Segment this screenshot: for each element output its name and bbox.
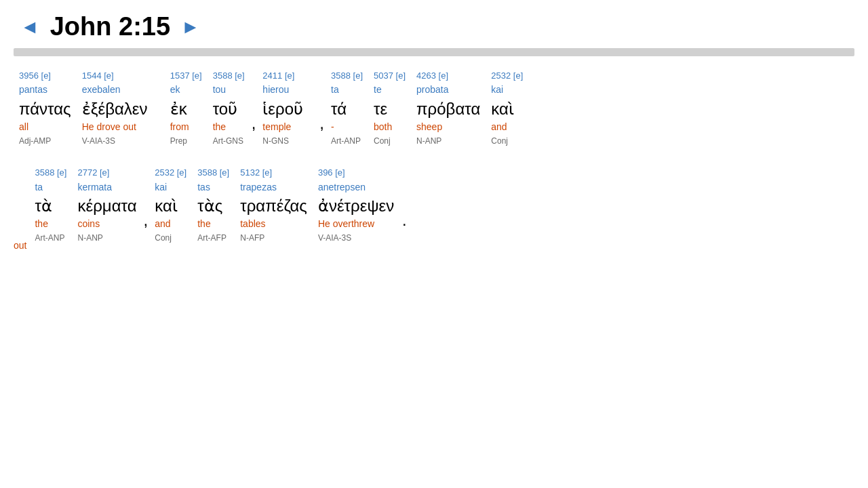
strongs-number: 1544 [e] [82, 70, 114, 82]
english-translation: sheep [416, 121, 442, 134]
transliteration: pantas [19, 83, 47, 97]
word-block: 2772 [e]kermataκέρματαcoinsN-ANP [72, 167, 142, 243]
strongs-number: 3588 [e] [213, 70, 245, 82]
verse-row-1: 3956 [e]pantasπάνταςallAdj-AMP1544 [e]ex… [14, 70, 848, 146]
greek-text: ἐξέβαλεν [82, 98, 148, 119]
word-with-punct: 1537 [e]ekἐκfromPrep [165, 70, 208, 146]
transliteration: tou [213, 83, 226, 97]
grammar-tag: Art-ANP [331, 136, 361, 147]
greek-text: πρόβατα [416, 98, 480, 119]
grammar-tag: Conj [155, 232, 172, 244]
grammar-tag: N-ANP [77, 232, 102, 244]
english-translation: He drove out [82, 121, 136, 134]
strongs-number: 2532 [e] [491, 70, 523, 82]
english-translation: all [19, 121, 28, 134]
strongs-number: 3588 [e] [35, 167, 66, 179]
grammar-tag: Art-GNS [213, 136, 243, 147]
grammar-tag: V-AIA-3S [82, 136, 115, 147]
word-block: 4263 [e]probataπρόβαταsheepN-ANP [411, 70, 486, 146]
transliteration: ta [331, 83, 339, 97]
transliteration: te [374, 83, 382, 97]
strongs-number: 5037 [e] [374, 70, 406, 82]
word-block: 5132 [e]trapezasτραπέζαςtablesN-AFP [235, 167, 313, 243]
grammar-tag: N-AFP [240, 232, 264, 244]
transliteration: trapezas [240, 181, 277, 195]
word-block: 2411 [e]hierouἱεροῦtempleN-GNS [257, 70, 318, 146]
strongs-number: 4263 [e] [416, 70, 448, 82]
english-translation: coins [77, 218, 100, 231]
english-translation: tables [240, 218, 265, 231]
transliteration: tas [197, 181, 210, 195]
word-with-punct: 396 [e]anetrepsenἀνέτρεψενHe overthrewV-… [313, 167, 408, 243]
greek-text: τὰς [197, 195, 222, 216]
english-translation: the [197, 218, 210, 231]
strongs-number: 1537 [e] [170, 70, 202, 82]
grammar-tag: Art-AFP [197, 232, 226, 244]
strongs-number: 2532 [e] [155, 167, 186, 179]
transliteration: probata [416, 83, 448, 97]
word-block: 396 [e]anetrepsenἀνέτρεψενHe overthrewV-… [313, 167, 401, 243]
english-translation: He overthrew [318, 218, 374, 231]
greek-text: τε [374, 98, 387, 119]
word-with-punct: 2772 [e]kermataκέρματαcoinsN-ANP, [72, 167, 149, 243]
english-translation: the [35, 218, 47, 231]
word-block: 3588 [e]tasτὰςtheArt-AFP [192, 167, 235, 243]
grammar-tag: V-AIA-3S [318, 232, 351, 244]
word-with-punct: 3588 [e]taτά-Art-ANP [326, 70, 368, 146]
strongs-number: 3588 [e] [331, 70, 363, 82]
strongs-number: 5132 [e] [240, 167, 272, 179]
grammar-tag: Prep [170, 136, 187, 147]
strongs-number: 3956 [e] [19, 70, 51, 82]
strongs-number: 396 [e] [318, 167, 345, 179]
transliteration: anetrepsen [318, 181, 366, 195]
verse-content: 3956 [e]pantasπάνταςallAdj-AMP1544 [e]ex… [0, 56, 868, 285]
punctuation: . [401, 211, 408, 230]
transliteration: hierou [262, 83, 289, 97]
strongs-number: 2411 [e] [262, 70, 294, 82]
strongs-number: 3588 [e] [197, 167, 229, 179]
strongs-number: 2772 [e] [77, 167, 109, 179]
greek-text: τά [331, 98, 347, 119]
word-block: 3588 [e]taτὰtheArt-ANP [29, 167, 72, 243]
word-block: 3588 [e]taτά-Art-ANP [326, 70, 368, 146]
english-translation: - [331, 121, 334, 134]
row-prefix: out [14, 240, 26, 251]
next-nav-arrow[interactable]: ► [181, 16, 200, 38]
greek-text: καὶ [155, 195, 178, 216]
transliteration: kai [491, 83, 503, 97]
word-with-punct: 1544 [e]exebalenἐξέβαλενHe drove outV-AI… [77, 70, 165, 146]
transliteration: ta [35, 181, 43, 195]
transliteration: ek [170, 83, 180, 97]
word-with-punct: 5037 [e]teτεbothConj [368, 70, 411, 146]
transliteration: kai [155, 181, 167, 195]
greek-text: κέρματα [77, 195, 136, 216]
greek-text: καὶ [491, 98, 514, 119]
grammar-tag: Adj-AMP [19, 136, 51, 147]
word-with-punct: 3588 [e]touτοῦtheArt-GNS, [208, 70, 258, 146]
greek-text: τὰ [35, 195, 52, 216]
greek-text: τοῦ [213, 98, 238, 119]
greek-text: ἱεροῦ [262, 98, 303, 119]
grammar-tag: N-GNS [262, 136, 289, 147]
punctuation: , [318, 114, 326, 133]
word-with-punct: 3588 [e]taτὰtheArt-ANP [29, 167, 72, 243]
verse-row-2-words: 3588 [e]taτὰtheArt-ANP2772 [e]kermataκέρ… [29, 167, 408, 243]
word-with-punct: 2411 [e]hierouἱεροῦtempleN-GNS, [257, 70, 326, 146]
greek-text: ἀνέτρεψεν [318, 195, 394, 216]
divider [14, 48, 854, 56]
greek-text: τραπέζας [240, 195, 307, 216]
english-translation: and [491, 121, 507, 134]
transliteration: exebalen [82, 83, 121, 97]
grammar-tag: N-ANP [416, 136, 441, 147]
word-block: 1537 [e]ekἐκfromPrep [165, 70, 208, 146]
word-block: 2532 [e]kaiκαὶandConj [486, 70, 528, 146]
greek-text: ἐκ [170, 98, 187, 119]
punctuation: , [250, 114, 258, 133]
page-header: ◄ John 2:15 ► [0, 0, 868, 48]
verse-row-2: out 3588 [e]taτὰtheArt-ANP2772 [e]kermat… [14, 167, 848, 251]
word-with-punct: 2532 [e]kaiκαὶandConj [149, 167, 192, 243]
word-block: 3588 [e]touτοῦtheArt-GNS [208, 70, 250, 146]
english-translation: from [170, 121, 189, 134]
prev-nav-arrow[interactable]: ◄ [20, 16, 39, 38]
word-block: 1544 [e]exebalenἐξέβαλενHe drove outV-AI… [77, 70, 165, 146]
